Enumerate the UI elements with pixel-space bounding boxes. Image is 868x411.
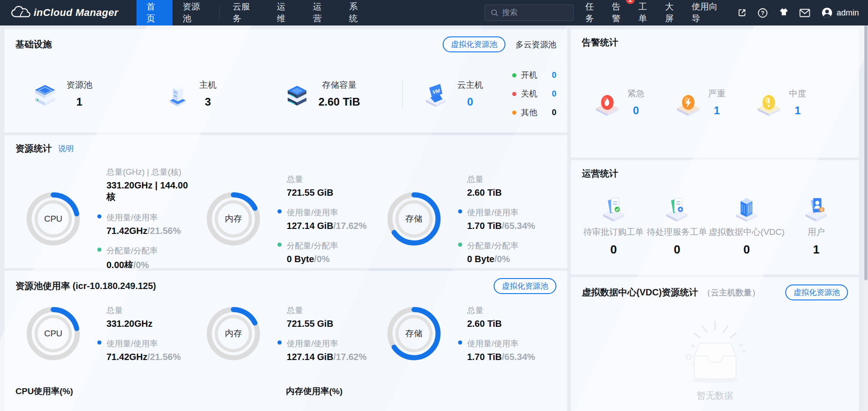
green-dot xyxy=(458,243,462,247)
alarm-critical: 紧急 0 xyxy=(594,88,675,117)
alarm-major: 严重 1 xyxy=(675,88,756,117)
top-navbar: inCloud Manager 首页 资源池 云服务 运维 运营 系统 任务 告… xyxy=(0,0,868,25)
blue-dot xyxy=(278,209,282,213)
order-ticket-icon xyxy=(600,193,628,222)
vdc-stats-panel: 虚拟数据中心(VDC)资源统计 （云主机数量） 虚拟化资源池 xyxy=(571,277,859,411)
resource-stats-title: 资源统计 xyxy=(15,142,52,155)
green-dot xyxy=(278,243,282,247)
user-menu[interactable]: admin xyxy=(821,7,859,19)
dashboard-content: 基础设施 虚拟化资源池 多云资源池 资源池 xyxy=(0,25,868,411)
multicloud-pool-tab[interactable]: 多云资源池 xyxy=(515,39,556,50)
nav-link-tasks[interactable]: 任务 xyxy=(585,1,601,25)
green-dot xyxy=(512,73,516,77)
blue-dot xyxy=(97,214,101,218)
medium-alarm-icon xyxy=(755,89,782,116)
usage-group: 使用量/使用率 127.14 GiB/17.62% xyxy=(278,338,367,362)
total-group: 总量 2.60 TiB xyxy=(458,174,535,198)
vdc-stats-title: 虚拟数据中心(VDC)资源统计 xyxy=(582,286,698,299)
divider xyxy=(402,79,403,108)
empty-box-icon xyxy=(674,318,756,386)
stat-host: 主机 3 xyxy=(165,79,284,108)
infrastructure-panel: 基础设施 虚拟化资源池 多云资源池 资源池 xyxy=(5,29,567,132)
gauge-storage: 存储 总量 2.60 TiB 使用量/使用率 1.70 TiB/65.34% xyxy=(376,305,556,362)
app-logo[interactable]: inCloud Manager xyxy=(0,0,136,25)
help-icon[interactable]: ? xyxy=(757,7,768,18)
no-data-text: 暂无数据 xyxy=(697,390,733,402)
usage-group: 使用量/使用率 71.42GHz/21.56% xyxy=(97,338,181,362)
storage-icon xyxy=(284,81,310,107)
usage-group: 使用量/使用率 71.42GHz/21.56% xyxy=(97,212,196,236)
scrollbar-thumb[interactable] xyxy=(864,25,868,280)
app-title: inCloud Manager xyxy=(34,7,118,19)
blue-dot xyxy=(278,340,282,345)
blue-dot xyxy=(97,340,101,345)
green-dot xyxy=(97,248,101,252)
operation-stats-title: 运营统计 xyxy=(582,167,848,180)
svg-text:?: ? xyxy=(761,10,764,16)
cloud-logo-icon xyxy=(10,5,31,20)
empty-state: 暂无数据 xyxy=(582,318,848,402)
vm-state-off: 关机 0 xyxy=(512,88,556,99)
alarm-stats-panel: 告警统计 紧急 0 xyxy=(571,29,859,157)
navbar-links: 任务 告警 2 工单 大屏 使用向导 ? xyxy=(585,0,868,25)
critical-count: 0 xyxy=(633,104,639,117)
usage-group: 使用量/使用率 127.14 GiB/17.62% xyxy=(278,207,367,231)
nav-link-guide[interactable]: 使用向导 xyxy=(691,1,723,25)
vm-state-on: 开机 0 xyxy=(512,70,556,81)
menu-item-resource-pool[interactable]: 资源池 xyxy=(172,0,217,25)
gauge-cpu: CPU 总量 331.20GHz 使用量/使用率 71.42GHz/21.56% xyxy=(15,305,196,362)
host-icon xyxy=(165,81,191,107)
user-card-icon xyxy=(802,193,830,222)
cpu-usage-chart-title: CPU使用率(%) xyxy=(15,386,286,397)
menu-item-system[interactable]: 系统 xyxy=(339,0,375,25)
memory-donut: 内存 xyxy=(206,191,261,247)
alarm-medium: 中度 1 xyxy=(755,88,836,117)
total-group: 总量(GHz) | 总量(核) 331.20GHz | 144.00核 xyxy=(97,167,196,203)
alloc-group: 分配量/分配率 0 Byte/0% xyxy=(458,240,535,264)
virtual-pool-button[interactable]: 虚拟化资源池 xyxy=(785,284,848,300)
total-group: 总量 331.20GHz xyxy=(97,305,181,329)
cpu-donut: CPU xyxy=(25,191,81,247)
storage-donut: 存储 xyxy=(386,306,442,361)
external-link-icon[interactable] xyxy=(737,7,747,18)
vdc-count: 0 xyxy=(743,243,750,257)
global-search[interactable] xyxy=(484,5,574,21)
nav-link-tickets[interactable]: 工单 xyxy=(638,1,654,25)
main-menu: 首页 资源池 云服务 运维 运营 系统 xyxy=(136,0,375,25)
virtual-pool-button[interactable]: 虚拟化资源池 xyxy=(494,278,556,294)
pool-count: 1 xyxy=(76,96,82,108)
menu-divider xyxy=(219,6,220,19)
orange-dot xyxy=(512,111,516,115)
username: admin xyxy=(837,8,859,18)
resource-stats-panel: 资源统计 说明 CPU 总量(GH xyxy=(5,135,567,268)
help-link[interactable]: 说明 xyxy=(58,143,74,154)
storage-capacity: 2.60 TiB xyxy=(318,96,360,108)
vm-count: 0 xyxy=(467,96,473,108)
menu-item-cloud-service[interactable]: 云服务 xyxy=(222,0,267,25)
nav-link-bigscreen[interactable]: 大屏 xyxy=(665,1,681,25)
menu-item-home[interactable]: 首页 xyxy=(136,0,172,25)
mail-icon[interactable] xyxy=(799,7,810,18)
op-users: 用户 1 xyxy=(785,193,848,257)
menu-item-business[interactable]: 运营 xyxy=(303,0,339,25)
nav-link-alarms[interactable]: 告警 2 xyxy=(612,1,627,25)
navbar-icons: ? xyxy=(737,7,810,18)
blue-dot xyxy=(458,340,462,345)
op-order-tickets: 待审批订购工单 0 xyxy=(582,193,645,257)
page-scrollbar[interactable] xyxy=(864,25,868,411)
total-group: 总量 2.60 TiB xyxy=(458,305,535,329)
service-ticket-count: 0 xyxy=(674,243,680,257)
avatar-icon xyxy=(821,7,833,19)
gauge-memory: 内存 总量 721.55 GiB 使用量/使用率 127.14 GiB/17.6… xyxy=(196,305,376,362)
stat-vm: VM 云主机 0 xyxy=(423,79,483,108)
stat-storage-capacity: 存储容量 2.60 TiB xyxy=(284,79,389,108)
total-group: 总量 721.55 GiB xyxy=(278,174,367,198)
user-count: 1 xyxy=(813,243,819,257)
menu-item-operations[interactable]: 运维 xyxy=(267,0,303,25)
search-icon xyxy=(490,9,499,17)
shirt-icon[interactable] xyxy=(778,7,789,18)
critical-alarm-icon xyxy=(594,89,621,116)
search-input[interactable] xyxy=(502,8,566,17)
op-vdc: 虚拟数据中心(VDC) 0 xyxy=(709,193,785,257)
virtual-pool-tab[interactable]: 虚拟化资源池 xyxy=(443,36,505,52)
